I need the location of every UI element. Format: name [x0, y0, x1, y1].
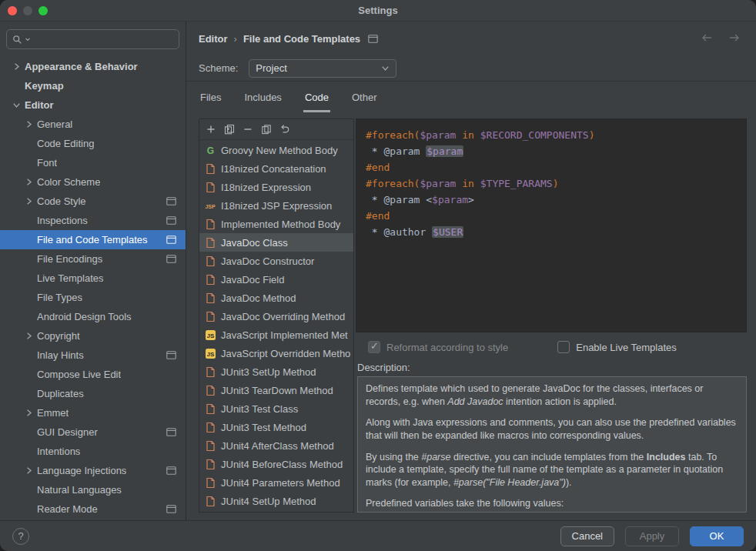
sidebar-item-keymap[interactable]: Keymap	[0, 76, 186, 95]
file-template-icon	[204, 477, 216, 489]
sidebar-item-general[interactable]: General	[0, 115, 186, 134]
template-item-label: I18nized Expression	[221, 182, 311, 193]
sidebar-item-reader-mode[interactable]: Reader Mode	[0, 499, 186, 519]
sidebar-item-copyright[interactable]: Copyright	[0, 326, 186, 346]
sidebar-item-language-injections[interactable]: Language Injections	[0, 461, 186, 480]
reset-to-default-button[interactable]	[276, 121, 293, 138]
sidebar-item-file-types[interactable]: File Types	[0, 288, 186, 307]
chevron-right-icon[interactable]	[9, 62, 23, 71]
chevron-right-icon[interactable]	[22, 120, 35, 129]
template-item-label: JUnit3 TearDown Method	[221, 385, 333, 396]
chevron-down-icon[interactable]	[9, 101, 23, 109]
add-template-button[interactable]	[202, 121, 219, 138]
sidebar-item-android-design-tools[interactable]: Android Design Tools	[0, 307, 186, 326]
sidebar-item-live-templates[interactable]: Live Templates	[0, 269, 186, 288]
sidebar-item-file-and-code-templates[interactable]: File and Code Templates	[0, 230, 186, 249]
sidebar-item-gui-designer[interactable]: GUI Designer	[0, 422, 186, 442]
footer: ? Cancel Apply OK	[0, 520, 756, 551]
template-editor[interactable]: #foreach($param in $RECORD_COMPONENTS) *…	[356, 119, 747, 332]
template-item-javascript-implemented-met[interactable]: JSJavaScript Implemented Met	[199, 326, 353, 344]
description-paragraph: Predefined variables take the following …	[366, 497, 738, 510]
sidebar-item-code-editing[interactable]: Code Editing	[0, 134, 186, 153]
sidebar-item-label: Keymap	[25, 80, 64, 92]
template-item-javadoc-field[interactable]: JavaDoc Field	[199, 270, 353, 289]
template-item-junit3-test-class[interactable]: JUnit3 Test Class	[199, 399, 353, 418]
remove-template-button[interactable]	[239, 121, 256, 138]
breadcrumb-file-and-code-templates[interactable]: File and Code Templates	[243, 33, 360, 45]
search-history-chevron-icon[interactable]	[25, 36, 31, 42]
tab-includes[interactable]: Includes	[243, 82, 283, 112]
template-item-i18nized-concatenation[interactable]: I18nized Concatenation	[199, 159, 353, 178]
sidebar-item-appearance-behavior[interactable]: Appearance & Behavior	[0, 57, 186, 76]
live-templates-option[interactable]: Enable Live Templates	[557, 341, 677, 353]
template-item-i18nized-expression[interactable]: I18nized Expression	[199, 178, 353, 196]
file-template-icon	[204, 422, 216, 433]
template-item-javadoc-overriding-method[interactable]: JavaDoc Overriding Method	[199, 307, 353, 326]
template-item-javadoc-constructor[interactable]: JavaDoc Constructor	[199, 252, 353, 270]
sidebar-item-code-style[interactable]: Code Style	[0, 192, 186, 211]
template-item-junit3-setup-method[interactable]: JUnit3 SetUp Method	[199, 362, 353, 381]
template-item-junit4-afterclass-method[interactable]: JUnit4 AfterClass Method	[199, 436, 353, 455]
ok-button[interactable]: OK	[690, 526, 744, 546]
sidebar-item-color-scheme[interactable]: Color Scheme	[0, 172, 186, 192]
template-item-javadoc-class[interactable]: JavaDoc Class	[199, 233, 353, 252]
description-paragraph: By using the #parse directive, you can i…	[366, 451, 738, 489]
tab-other[interactable]: Other	[350, 82, 379, 112]
template-item-javascript-overridden-metho[interactable]: JSJavaScript Overridden Metho	[199, 344, 353, 362]
sidebar-item-inlay-hints[interactable]: Inlay Hints	[0, 346, 186, 365]
sidebar-item-compose-live-edit[interactable]: Compose Live Edit	[0, 365, 186, 384]
sidebar-item-intentions[interactable]: Intentions	[0, 442, 186, 461]
chevron-right-icon[interactable]	[22, 197, 35, 205]
chevron-right-icon[interactable]	[22, 409, 35, 417]
sidebar-item-font[interactable]: Font	[0, 153, 186, 172]
chevron-right-icon[interactable]	[22, 332, 35, 340]
reformat-option[interactable]: Reformat according to style	[368, 341, 508, 353]
search-icon	[12, 35, 22, 45]
back-button[interactable]	[701, 32, 713, 45]
template-item-groovy-new-method-body[interactable]: GGroovy New Method Body	[199, 141, 353, 159]
cancel-button[interactable]: Cancel	[560, 526, 614, 546]
sidebar-item-label: Compose Live Edit	[37, 369, 121, 380]
chevron-right-icon[interactable]	[22, 466, 35, 475]
code-line: * @author $USER	[366, 224, 737, 240]
sidebar-item-emmet[interactable]: Emmet	[0, 403, 186, 422]
sidebar-item-natural-languages[interactable]: Natural Languages	[0, 480, 186, 499]
code-line: #end	[366, 208, 737, 224]
sidebar-item-file-encodings[interactable]: File Encodings	[0, 249, 186, 269]
settings-main-panel: Editor › File and Code Templates Scheme:…	[186, 22, 756, 520]
description-text[interactable]: Defines template which used to generate …	[357, 376, 747, 513]
forward-button[interactable]	[728, 32, 741, 45]
apply-button[interactable]: Apply	[625, 526, 679, 546]
template-item-label: JUnit4 BeforeClass Method	[221, 459, 343, 470]
sidebar-item-duplicates[interactable]: Duplicates	[0, 384, 186, 403]
scheme-select[interactable]: Project	[249, 59, 396, 78]
live-templates-checkbox[interactable]	[557, 341, 570, 353]
tab-files[interactable]: Files	[199, 82, 222, 112]
breadcrumb-editor[interactable]: Editor	[199, 33, 228, 45]
template-item-javadoc-method[interactable]: JavaDoc Method	[199, 289, 353, 307]
template-item-junit4-setup-method[interactable]: JUnit4 SetUp Method	[199, 492, 353, 510]
chevron-right-icon[interactable]	[22, 178, 35, 186]
settings-search-input[interactable]	[33, 34, 173, 45]
file-template-icon	[204, 182, 216, 193]
sidebar-item-inspections[interactable]: Inspections	[0, 211, 186, 230]
template-item-junit3-test-method[interactable]: JUnit3 Test Method	[199, 418, 353, 436]
jsp-icon: JSP	[204, 200, 216, 212]
sidebar-item-label: Inspections	[37, 215, 88, 226]
reformat-checkbox[interactable]	[368, 341, 380, 353]
settings-search[interactable]	[6, 29, 179, 49]
template-item-implemented-method-body[interactable]: Implemented Method Body	[199, 215, 353, 233]
close-button[interactable]	[8, 6, 17, 15]
sidebar-item-label: File Encodings	[37, 253, 102, 265]
template-item-junit3-teardown-method[interactable]: JUnit3 TearDown Method	[199, 381, 353, 399]
sidebar-item-editor[interactable]: Editor	[0, 95, 186, 115]
tab-code[interactable]: Code	[303, 82, 330, 112]
duplicate-template-button[interactable]	[258, 121, 275, 138]
zoom-button[interactable]	[38, 6, 48, 15]
sidebar-item-label: Language Injections	[37, 465, 126, 476]
create-child-template-button[interactable]	[221, 121, 238, 138]
template-item-junit4-beforeclass-method[interactable]: JUnit4 BeforeClass Method	[199, 455, 353, 473]
help-button[interactable]: ?	[12, 528, 29, 545]
template-item-i18nized-jsp-expression[interactable]: JSPI18nized JSP Expression	[199, 196, 353, 215]
template-item-junit4-parameters-method[interactable]: JUnit4 Parameters Method	[199, 473, 353, 492]
